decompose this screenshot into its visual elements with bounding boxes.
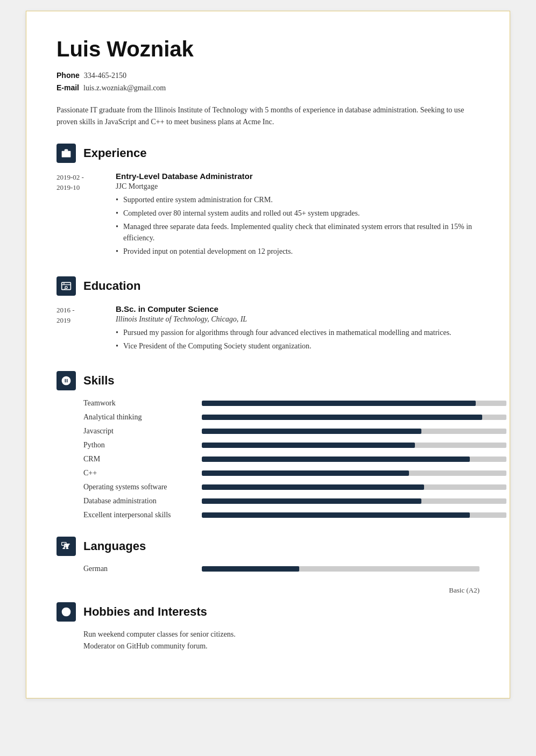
phone-label: Phone — [57, 71, 80, 80]
education-header: Education — [57, 276, 479, 296]
skill-bar-container — [202, 401, 506, 406]
skill-name: CRM — [83, 455, 202, 463]
skill-row: Excellent interpersonal skills — [83, 511, 506, 519]
hobbies-title: Hobbies and Interests — [83, 605, 207, 619]
skill-name: Operating systems software — [83, 483, 202, 491]
education-entry-0: 2016 -2019 B.Sc. in Computer Science Ill… — [57, 304, 479, 354]
education-title: Education — [83, 279, 140, 293]
skill-bar-container — [202, 498, 506, 504]
resume-container: Luis Wozniak Phone 334-465-2150 E-mail l… — [26, 11, 510, 698]
svg-point-4 — [65, 286, 67, 288]
bullet-item: Supported entire system administration f… — [116, 194, 479, 205]
skill-bar-container — [202, 415, 506, 420]
skill-bar-fill — [202, 498, 421, 504]
skill-row: Operating systems software — [83, 483, 506, 491]
experience-content-0: Entry-Level Database Administrator JJC M… — [116, 172, 479, 259]
candidate-name: Luis Wozniak — [57, 37, 479, 61]
email-row: E-mail luis.z.wozniak@gmail.com — [57, 83, 479, 92]
skill-bar-fill — [202, 415, 482, 420]
skills-section: Skills Teamwork Analytical thinking Java… — [57, 371, 479, 519]
skill-row: Analytical thinking — [83, 413, 506, 422]
language-name: German — [83, 565, 202, 573]
skill-name: Excellent interpersonal skills — [83, 511, 202, 519]
skill-row: Javascript — [83, 427, 506, 436]
skills-list: Teamwork Analytical thinking Javascript … — [83, 399, 506, 519]
skill-bar-container — [202, 457, 506, 462]
education-degree-0: B.Sc. in Computer Science — [116, 304, 479, 313]
education-content-0: B.Sc. in Computer Science Illinois Insti… — [116, 304, 479, 354]
experience-icon — [57, 144, 76, 163]
skills-header: Skills — [57, 371, 479, 390]
skill-bar-fill — [202, 443, 415, 448]
hobby-item: Run weekend computer classes for senior … — [83, 630, 479, 639]
skill-name: C++ — [83, 469, 202, 477]
bullet-item: Managed three separate data feeds. Imple… — [116, 221, 479, 244]
bullet-item: Completed over 80 internal system audits… — [116, 208, 479, 219]
skill-name: Database administration — [83, 497, 202, 505]
languages-header: Languages — [57, 537, 479, 556]
svg-point-7 — [65, 610, 68, 614]
hobbies-icon — [57, 602, 76, 622]
education-dates-0: 2016 -2019 — [57, 304, 116, 354]
summary-text: Passionate IT graduate from the Illinois… — [57, 104, 479, 129]
phone-row: Phone 334-465-2150 — [57, 71, 479, 80]
skill-bar-container — [202, 470, 506, 476]
education-institution-0: Illinois Institute of Technology, Chicag… — [116, 315, 479, 324]
skill-row: C++ — [83, 469, 506, 477]
hobbies-section: Hobbies and Interests Run weekend comput… — [57, 602, 479, 651]
skill-row: Database administration — [83, 497, 506, 505]
language-bar-fill — [202, 566, 299, 572]
languages-list: German Basic (A2) — [83, 565, 479, 585]
skill-bar-fill — [202, 457, 470, 462]
experience-company-0: JJC Mortgage — [116, 182, 479, 191]
language-level: Basic (A2) — [83, 586, 479, 595]
hobbies-header: Hobbies and Interests — [57, 602, 479, 622]
skill-name: Teamwork — [83, 399, 202, 408]
experience-header: Experience — [57, 144, 479, 163]
skill-bar-container — [202, 484, 506, 490]
skill-bar-fill — [202, 429, 421, 434]
bullet-item: Pursued my passion for algorithms throug… — [116, 327, 479, 338]
skill-name: Python — [83, 441, 202, 450]
skill-bar-fill — [202, 470, 409, 476]
skill-row: Teamwork — [83, 399, 506, 408]
skill-bar-container — [202, 512, 506, 518]
education-section: Education 2016 -2019 B.Sc. in Computer S… — [57, 276, 479, 354]
skill-name: Javascript — [83, 427, 202, 436]
skill-bar-fill — [202, 484, 424, 490]
education-bullets-0: Pursued my passion for algorithms throug… — [116, 327, 479, 352]
language-row: German — [83, 565, 479, 573]
language-bar-container — [202, 566, 479, 572]
bullet-item: Vice President of the Computing Society … — [116, 340, 479, 352]
education-icon — [57, 276, 76, 296]
skill-bar-fill — [202, 512, 470, 518]
experience-entry-0: 2019-02 -2019-10 Entry-Level Database Ad… — [57, 172, 479, 259]
languages-section: Languages German Basic (A2) — [57, 537, 479, 585]
language-entry: German Basic (A2) — [83, 565, 479, 585]
languages-icon — [57, 537, 76, 556]
bullet-item: Provided input on potential development … — [116, 246, 479, 257]
experience-job-title-0: Entry-Level Database Administrator — [116, 172, 479, 181]
experience-section: Experience 2019-02 -2019-10 Entry-Level … — [57, 144, 479, 259]
experience-title: Experience — [83, 146, 146, 160]
experience-bullets-0: Supported entire system administration f… — [116, 194, 479, 257]
skills-title: Skills — [83, 374, 114, 388]
email-label: E-mail — [57, 83, 79, 92]
skill-row: Python — [83, 441, 506, 450]
phone-value: 334-465-2150 — [84, 72, 126, 80]
hobby-item: Moderator on GitHub community forum. — [83, 642, 479, 651]
skill-row: CRM — [83, 455, 506, 463]
skill-bar-container — [202, 443, 506, 448]
hobbies-list: Run weekend computer classes for senior … — [83, 630, 479, 651]
skill-name: Analytical thinking — [83, 413, 202, 422]
skills-icon — [57, 371, 76, 390]
email-value: luis.z.wozniak@gmail.com — [83, 84, 166, 92]
languages-title: Languages — [83, 539, 146, 553]
skill-bar-fill — [202, 401, 476, 406]
experience-dates-0: 2019-02 -2019-10 — [57, 172, 116, 259]
skill-bar-container — [202, 429, 506, 434]
